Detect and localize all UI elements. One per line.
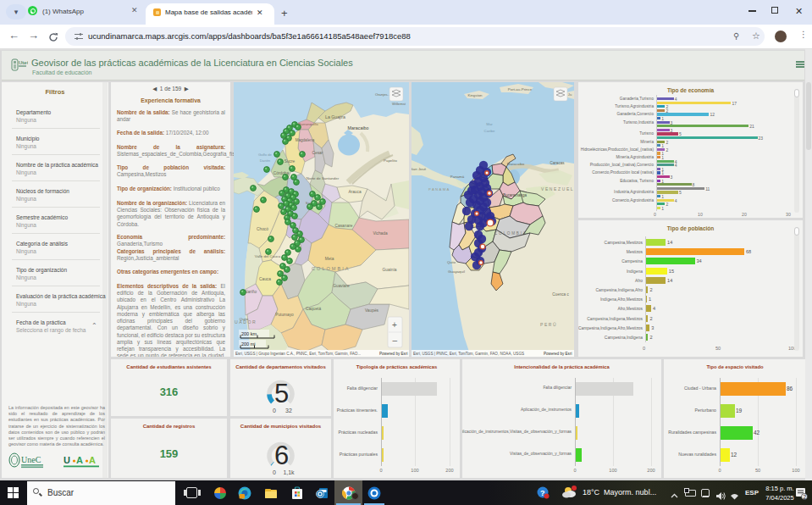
svg-text:PANAMA: PANAMA [428,187,450,191]
svg-text:2: 2 [803,494,806,500]
svg-text:Caquetá: Caquetá [306,307,321,311]
svg-text:–: – [393,336,398,345]
svg-text:UteC: UteC [19,60,28,65]
svg-text:Papelito: Papelito [384,158,397,163]
svg-text:Cauca: Cauca [259,277,271,281]
svg-text:Guayaquil: Guayaquil [448,269,465,274]
svg-text:Sucre: Sucre [284,159,296,164]
svg-text:A: A [89,455,96,465]
svg-text:Arauca: Arauca [348,190,362,194]
svg-text:Oranjes...: Oranjes... [375,92,390,97]
svg-text:Magdalena: Magdalena [296,138,315,142]
svg-text:La Guajira: La Guajira [325,114,345,119]
svg-text:Maracaibo: Maracaibo [507,162,525,166]
svg-text:Barranquilla: Barranquilla [298,122,318,126]
svg-text:6: 6 [274,441,289,470]
svg-text:U: U [64,455,70,465]
svg-text:Guaviare: Guaviare [333,284,350,288]
svg-text:Powered by Esri: Powered by Esri [544,352,572,356]
svg-text:Bucaramanga: Bucaramanga [503,193,528,197]
svg-text:A: A [76,455,83,465]
svg-text:Meta: Meta [325,257,334,261]
svg-text:Vichada: Vichada [373,231,388,236]
svg-text:Nariño: Nariño [245,290,257,294]
svg-text:Norte de Santander: Norte de Santander [307,176,340,180]
svg-text:0: 0 [273,408,276,413]
svg-text:Powered by Esri: Powered by Esri [379,352,407,356]
svg-text:Cesar: Cesar [312,151,323,155]
svg-text:COLOMBIA: COLOMBIA [312,266,351,271]
svg-text:Maracaibo: Maracaibo [347,125,368,130]
svg-text:Quito: Quito [447,260,456,264]
svg-text:Caribe: Caribe [484,129,495,133]
svg-text:Panamá: Panamá [450,175,465,179]
svg-text:+: + [392,320,397,330]
svg-text:Mar: Mar [486,122,493,126]
svg-text:Port-au-Prince: Port-au-Prince [508,87,533,92]
svg-text:Chocó: Chocó [257,227,268,231]
svg-text:UADOR: UADOR [235,319,257,325]
svg-text:200 km: 200 km [241,331,257,336]
svg-text:VENEZUELA: VENEZUELA [541,186,574,191]
svg-text:Darién: Darién [260,158,271,163]
svg-text:Vaupés: Vaupés [365,308,379,313]
svg-text:Willemst: Willemst [392,102,406,106]
svg-text:1,1k: 1,1k [283,469,295,475]
svg-text:Guainía: Guainía [383,268,397,272]
svg-text:Kingston: Kingston [467,93,483,97]
svg-text:0: 0 [273,469,276,475]
svg-text:5: 5 [274,379,289,408]
svg-text:San José: San José [412,167,427,171]
svg-text:Casanare: Casanare [335,224,353,228]
svg-text:Cuenca c: Cuenca c [552,292,569,297]
svg-text:COLOMBIA: COLOMBIA [494,231,528,236]
svg-text:Ju: Ju [568,92,572,97]
svg-text:Putumayo: Putumayo [275,313,294,317]
svg-text:PERÚ: PERÚ [540,322,557,327]
svg-text:Caracas: Caracas [550,161,565,165]
svg-text:UneC: UneC [21,455,41,464]
svg-text:32: 32 [285,408,292,413]
svg-text:Esri, USGS | Grupo Ingenian C.: Esri, USGS | Grupo Ingenian C.A., PNNC, … [235,352,361,356]
svg-text:Esri, USGS | PNNC, Esri, TomTo: Esri, USGS | PNNC, Esri, TomTom, Garmin,… [413,352,524,356]
svg-text:200 mi: 200 mi [241,341,256,347]
svg-text:Golfo de: Golfo de [258,153,273,157]
